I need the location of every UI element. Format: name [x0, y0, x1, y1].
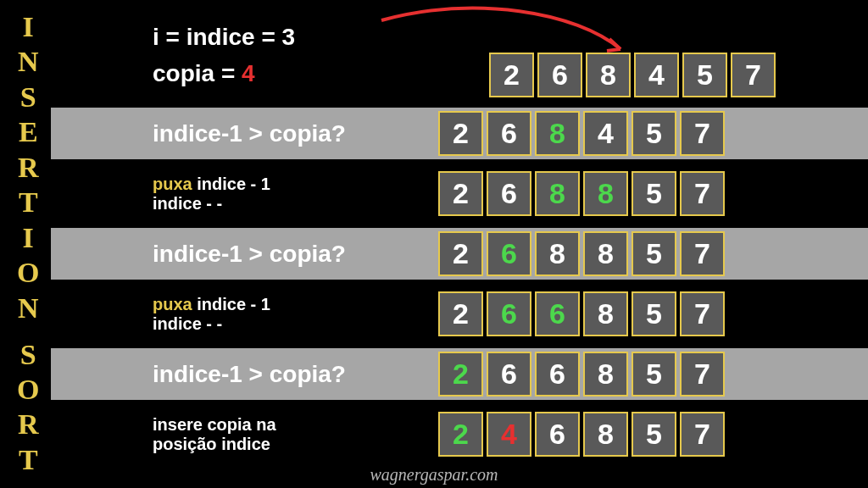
array-cell: 5 [632, 412, 676, 457]
initial-array: 268457 [489, 53, 776, 97]
array-cell: 7 [680, 291, 725, 336]
step-row: indice-1 > copia?268457 [51, 108, 868, 159]
step-array: 268857 [438, 231, 725, 276]
array-cell: 5 [632, 352, 676, 396]
array-cell: 2 [438, 171, 483, 216]
array-cell: 2 [438, 111, 483, 156]
array-cell: 5 [632, 171, 676, 216]
array-cell: 7 [680, 111, 725, 156]
array-cell: 8 [535, 171, 580, 216]
array-cell: 8 [583, 291, 628, 336]
array-cell: 5 [632, 291, 676, 336]
title-letter: O [17, 258, 39, 287]
title-letter: N [18, 47, 39, 76]
array-cell: 7 [731, 53, 776, 97]
step-array: 266857 [438, 291, 725, 336]
title-letter: N [18, 294, 39, 323]
array-cell: 7 [680, 231, 725, 276]
array-cell: 6 [487, 291, 531, 336]
step-label: puxa indice - 1indice - - [153, 175, 270, 214]
array-cell: 6 [535, 291, 580, 336]
title-letter: O [17, 375, 39, 404]
step-row: puxa indice - 1indice - -268857 [51, 168, 868, 219]
array-cell: 2 [438, 352, 483, 396]
array-cell: 8 [535, 231, 580, 276]
array-cell: 8 [583, 231, 628, 276]
line-copia: copia = 4 [153, 55, 295, 92]
array-cell: 5 [632, 231, 676, 276]
array-cell: 5 [632, 111, 676, 156]
diagram-content: i = indice = 3 copia = 4 268457 indice-1… [51, 0, 868, 488]
title-letter: R [18, 153, 39, 182]
array-cell: 6 [537, 53, 582, 97]
array-cell: 7 [680, 352, 725, 396]
step-row: puxa indice - 1indice - -266857 [51, 288, 868, 340]
array-cell: 6 [487, 171, 531, 216]
line-i-indice: i = indice = 3 [153, 19, 295, 55]
step-row: indice-1 > copia?266857 [51, 348, 868, 400]
step-label: insere copia naposição indice [153, 415, 276, 454]
array-cell: 6 [487, 231, 531, 276]
step-label: indice-1 > copia? [153, 361, 346, 388]
step-array: 246857 [438, 412, 725, 457]
array-cell: 8 [586, 53, 631, 97]
array-cell: 6 [535, 352, 580, 396]
vertical-title: INSERTIONSORT [17, 13, 39, 474]
array-cell: 2 [438, 291, 483, 336]
title-letter: S [20, 83, 36, 112]
array-cell: 4 [487, 412, 531, 457]
step-label: puxa indice - 1indice - - [153, 295, 270, 334]
array-cell: 2 [438, 231, 483, 276]
array-cell: 7 [680, 171, 725, 216]
array-cell: 4 [634, 53, 679, 97]
array-cell: 2 [438, 412, 483, 457]
top-variable-lines: i = indice = 3 copia = 4 [153, 19, 295, 92]
array-cell: 8 [535, 111, 580, 156]
array-cell: 8 [583, 412, 628, 457]
array-cell: 4 [583, 111, 628, 156]
array-cell: 5 [682, 53, 727, 97]
array-cell: 7 [680, 412, 725, 457]
footer-credit: wagnergaspar.com [0, 465, 868, 485]
step-row: insere copia naposição indice246857 [51, 408, 868, 460]
title-letter: T [19, 188, 38, 217]
array-cell: 8 [583, 352, 628, 396]
step-array: 268857 [438, 171, 725, 216]
title-letter: E [19, 118, 38, 147]
step-label: indice-1 > copia? [153, 241, 346, 268]
array-cell: 2 [489, 53, 534, 97]
array-cell: 6 [535, 412, 580, 457]
step-array: 266857 [438, 352, 725, 396]
array-cell: 6 [487, 352, 531, 396]
step-array: 268457 [438, 111, 725, 156]
title-letter: I [23, 224, 34, 252]
step-row: indice-1 > copia?268857 [51, 228, 868, 280]
array-cell: 6 [487, 111, 531, 156]
title-letter: I [23, 13, 34, 42]
title-letter: R [18, 410, 39, 439]
title-letter: S [20, 341, 36, 369]
step-label: indice-1 > copia? [153, 120, 346, 147]
array-cell: 8 [583, 171, 628, 216]
